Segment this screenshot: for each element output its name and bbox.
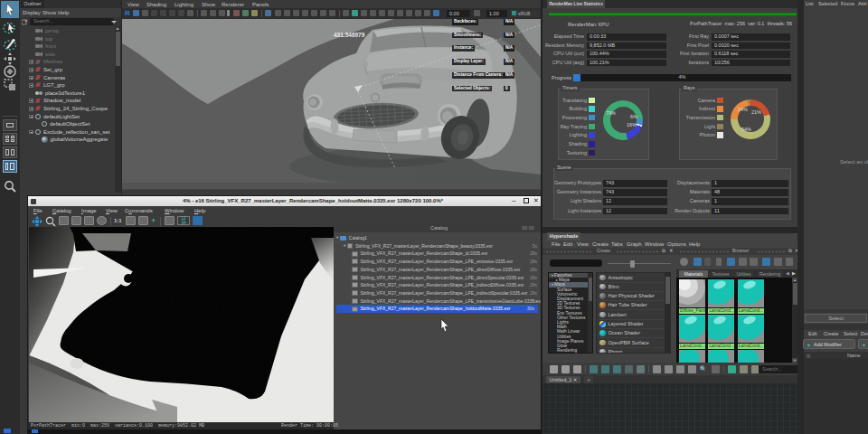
svg-text:431.546979: 431.546979	[334, 32, 365, 38]
